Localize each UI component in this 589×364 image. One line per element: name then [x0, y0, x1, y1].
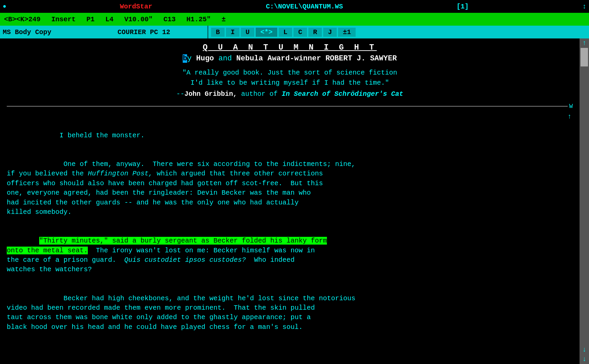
quote-line2: I'd like to be writing myself if I had t… [7, 78, 573, 88]
status-bar: <B><K>249 Insert P1 L4 V10.00" C13 H1.25… [0, 13, 589, 26]
scroll-down-arrow2[interactable]: ↓ [580, 355, 589, 364]
file-path: C:\NOVEL\QUANTUM.WS [266, 3, 343, 10]
nebula-text: Nebula Award-winner [236, 54, 321, 63]
window-dot: ● [3, 3, 6, 10]
attribution-dash: -- [176, 90, 184, 98]
paragraph4: Becker had high cheekbones, and the weig… [7, 295, 355, 331]
space-text [321, 54, 325, 63]
cursor-position: <B><K>249 [4, 16, 41, 23]
document-subtitle: by Hugo and Nebula Award-winner ROBERT J… [7, 54, 573, 64]
divider-row: W [7, 102, 573, 111]
line-number: L4 [105, 16, 113, 23]
huffington-post: Huffington Post, [88, 170, 153, 177]
scroll-thumb[interactable] [581, 48, 588, 66]
app-name: WordStar [120, 3, 152, 10]
content-scroll-up[interactable]: ↑ [7, 112, 573, 121]
paragraph1: I beheld the monster. [39, 132, 145, 139]
scroll-arrow-title[interactable]: ↕ [582, 3, 586, 10]
align-center-button[interactable]: C [293, 28, 307, 37]
toolbar-separator [207, 26, 208, 38]
book-attribution: --John Gribbin, author of In Search of S… [7, 89, 573, 99]
underline-button[interactable]: U [241, 28, 254, 37]
align-left-button[interactable]: L [279, 28, 292, 37]
insert-mode: Insert [51, 16, 76, 23]
latin-text: Quis custodiet ipsos custodes? [124, 256, 246, 264]
align-right-button[interactable]: R [308, 28, 322, 37]
font-name: COURIER PC 12 [118, 28, 205, 36]
content-area: Q U A N T U M N I G H T by Hugo and Nebu… [0, 38, 580, 364]
page-indicator: [1] [457, 3, 469, 10]
quote-line1: "A really good book. Just the sort of sc… [7, 68, 573, 78]
page-number: P1 [86, 16, 95, 23]
document-title: Q U A N T U M N I G H T [7, 42, 573, 53]
author-name: ROBERT J. SAWYER [326, 54, 397, 63]
plus-sign: ± [222, 16, 226, 23]
hugo-text: Hugo [196, 54, 214, 63]
spacing-button[interactable]: ±1 [338, 28, 356, 37]
attribution-name: John Gribbin, [184, 90, 237, 98]
by-text: y [187, 54, 196, 63]
special-button[interactable]: <*> [256, 28, 277, 37]
justify-button[interactable]: J [323, 28, 337, 37]
toolbar: MS Body Copy COURIER PC 12 B I U <*> L C… [0, 26, 589, 38]
h-position: H1.25" [186, 16, 211, 23]
bold-button[interactable]: B [211, 28, 225, 37]
book-quote: "A really good book. Just the sort of sc… [7, 68, 573, 88]
and-text: and [214, 54, 236, 63]
attribution-role: author of [237, 90, 282, 98]
vertical-scrollbar[interactable]: ↑ ↓ ↓ [580, 38, 589, 364]
title-bar: ● WordStar C:\NOVEL\QUANTUM.WS [1] ↕ [0, 0, 589, 13]
v-position: V10.00" [124, 16, 153, 23]
scroll-up-arrow[interactable]: ↑ [580, 38, 589, 48]
italic-button[interactable]: I [226, 28, 239, 37]
main-area: Q U A N T U M N I G H T by Hugo and Nebu… [0, 38, 589, 364]
divider-line [7, 106, 568, 107]
cursor-b: b [183, 54, 187, 63]
col-number: C13 [163, 16, 176, 23]
style-name: MS Body Copy [3, 28, 118, 36]
document-content: Q U A N T U M N I G H T by Hugo and Nebu… [0, 38, 580, 341]
book-title: In Search of Schrödinger's Cat [282, 90, 403, 98]
body-text: I beheld the monster. One of them, anywa… [7, 121, 573, 341]
scroll-down-arrow[interactable]: ↓ [580, 345, 589, 355]
w-marker: W [568, 102, 573, 111]
